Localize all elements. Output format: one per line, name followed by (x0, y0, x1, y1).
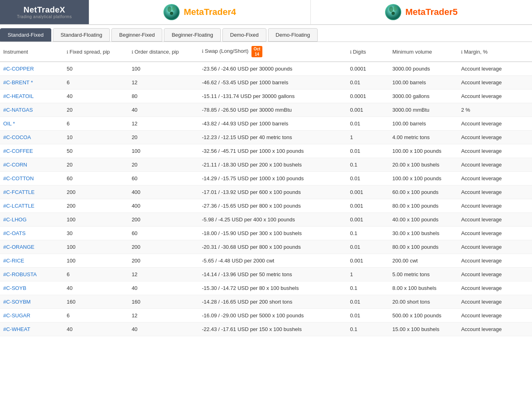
cell-minvol: 5.00 metric tons (389, 268, 458, 281)
cell-spread: 60 (63, 172, 128, 185)
cell-instrument: #C-SUGAR (0, 309, 63, 323)
instrument-link[interactable]: OIL * (3, 121, 15, 127)
cell-minvol: 500.00 x 100 pounds (389, 309, 458, 323)
logo-section: NetTradeX Trading analytical platforms (0, 0, 89, 24)
instrument-link[interactable]: #C-WHEAT (3, 326, 30, 332)
col-minvol: Minimum volume (389, 42, 458, 62)
table-row: #C-SOYBM 160160-14.28 / -16.65 USD per 2… (0, 295, 532, 309)
cell-minvol: 100.00 barrels (389, 117, 458, 131)
cell-spread: 40 (63, 323, 128, 336)
instrument-link[interactable]: #C-SOYBM (3, 299, 31, 305)
cell-order: 40 (128, 323, 199, 336)
cell-spread: 10 (63, 131, 128, 144)
cell-margin: Account leverage (458, 172, 532, 185)
cell-digits: 1 (347, 131, 389, 144)
table-row: #C-FCATTLE 200400-17.01 / -13.92 USD per… (0, 185, 532, 199)
cell-order: 12 (128, 268, 199, 281)
instrument-link[interactable]: #C-COTTON (3, 175, 34, 181)
tab-bar: Standard-Fixed Standard-Floating Beginne… (0, 25, 532, 42)
table-row: #C-NATGAS 2040-78.85 / -26.50 USD per 30… (0, 103, 532, 117)
instrument-link[interactable]: #C-RICE (3, 258, 24, 264)
data-table-wrapper: Instrument ℹFixed spread, pip ℹOrder dis… (0, 42, 532, 336)
tab-demo-floating[interactable]: Demo-Floating (268, 28, 318, 42)
mt4-icon (163, 4, 180, 20)
cell-digits: 0.1 (347, 158, 389, 172)
swap-date-badge: Oct14 (251, 46, 262, 57)
tab-beginner-floating[interactable]: Beginner-Floating (164, 28, 221, 42)
cell-order: 200 (128, 213, 199, 227)
cell-margin: Account leverage (458, 62, 532, 76)
cell-margin: Account leverage (458, 185, 532, 199)
instrument-link[interactable]: #C-LHOG (3, 217, 27, 223)
cell-margin: Account leverage (458, 281, 532, 295)
table-row: #C-OATS 3060-18.00 / -15.90 USD per 300 … (0, 227, 532, 240)
cell-swap: -5.98 / -4.25 USD per 400 x 100 pounds (199, 213, 347, 227)
cell-spread: 40 (63, 90, 128, 103)
tab-beginner-fixed[interactable]: Beginner-Fixed (111, 28, 162, 42)
cell-swap: -18.00 / -15.90 USD per 300 x 100 bushel… (199, 227, 347, 240)
cell-minvol: 40.00 x 100 pounds (389, 213, 458, 227)
cell-instrument: #C-NATGAS (0, 103, 63, 117)
cell-minvol: 100.00 x 100 pounds (389, 144, 458, 158)
cell-instrument: #C-COTTON (0, 172, 63, 185)
instrument-link[interactable]: #C-BRENT * (3, 79, 33, 85)
cell-minvol: 3000.00 gallons (389, 90, 458, 103)
cell-spread: 200 (63, 185, 128, 199)
instrument-link[interactable]: #C-HEATOIL (3, 93, 34, 99)
cell-digits: 0.01 (347, 240, 389, 254)
cell-swap: -23.56 / -24.60 USD per 30000 pounds (199, 62, 347, 76)
svg-point-3 (170, 12, 173, 15)
cell-margin: Account leverage (458, 295, 532, 309)
instrument-link[interactable]: #C-CORN (3, 162, 27, 168)
instrument-link[interactable]: #C-FCATTLE (3, 189, 35, 195)
cell-spread: 6 (63, 268, 128, 281)
cell-minvol: 30.00 x 100 bushels (389, 227, 458, 240)
margin-info-icon[interactable]: ℹ (461, 50, 463, 54)
logo-subtitle: Trading analytical platforms (17, 15, 72, 19)
order-info-icon[interactable]: ℹ (132, 50, 133, 54)
cell-digits: 0.01 (347, 144, 389, 158)
cell-minvol: 15.00 x 100 bushels (389, 323, 458, 336)
cell-swap: -12.23 / -12.15 USD per 40 metric tons (199, 131, 347, 144)
tab-demo-fixed[interactable]: Demo-Fixed (222, 28, 266, 42)
cell-swap: -22.43 / -17.61 USD per 150 x 100 bushel… (199, 323, 347, 336)
cell-margin: Account leverage (458, 131, 532, 144)
instrument-link[interactable]: #C-ROBUSTA (3, 271, 37, 277)
cell-spread: 200 (63, 199, 128, 213)
cell-order: 160 (128, 295, 199, 309)
cell-order: 80 (128, 90, 199, 103)
instrument-link[interactable]: #C-COPPER (3, 66, 34, 72)
cell-digits: 1 (347, 268, 389, 281)
cell-swap: -46.62 / -53.45 USD per 1000 barrels (199, 76, 347, 90)
cell-order: 20 (128, 158, 199, 172)
cell-swap: -20.31 / -30.68 USD per 800 x 100 pounds (199, 240, 347, 254)
instrument-link[interactable]: #C-ORANGE (3, 244, 34, 250)
table-header-row: Instrument ℹFixed spread, pip ℹOrder dis… (0, 42, 532, 62)
cell-digits: 0.01 (347, 117, 389, 131)
instrument-link[interactable]: #C-COCOA (3, 134, 31, 140)
cell-swap: -16.09 / -29.00 USD per 5000 x 100 pound… (199, 309, 347, 323)
instrument-link[interactable]: #C-LCATTLE (3, 203, 34, 209)
tab-standard-fixed[interactable]: Standard-Fixed (0, 28, 51, 42)
cell-digits: 0.01 (347, 76, 389, 90)
cell-instrument: #C-COPPER (0, 62, 63, 76)
swap-info-icon[interactable]: ℹ (202, 49, 203, 54)
tab-standard-floating[interactable]: Standard-Floating (53, 28, 110, 42)
metatrader5-section: MetaTrader5 (310, 0, 532, 24)
instrument-link[interactable]: #C-SUGAR (3, 312, 30, 319)
col-swap: ℹSwap (Long/Short) Oct14 (199, 42, 347, 62)
cell-spread: 160 (63, 295, 128, 309)
instrument-link[interactable]: #C-SOYB (3, 285, 26, 291)
svg-point-5 (389, 6, 393, 12)
col-digits: ℹDigits (347, 42, 389, 62)
instrument-link[interactable]: #C-COFFEE (3, 148, 33, 154)
cell-minvol: 200.00 cwt (389, 254, 458, 268)
digits-info-icon[interactable]: ℹ (350, 50, 352, 54)
table-row: #C-SOYB 4040-15.30 / -14.72 USD per 80 x… (0, 281, 532, 295)
spread-info-icon[interactable]: ℹ (67, 50, 68, 54)
cell-swap: -32.56 / -45.71 USD per 1000 x 100 pound… (199, 144, 347, 158)
cell-instrument: #C-ROBUSTA (0, 268, 63, 281)
instrument-link[interactable]: #C-OATS (3, 230, 25, 236)
instrument-link[interactable]: #C-NATGAS (3, 107, 33, 113)
cell-margin: Account leverage (458, 323, 532, 336)
